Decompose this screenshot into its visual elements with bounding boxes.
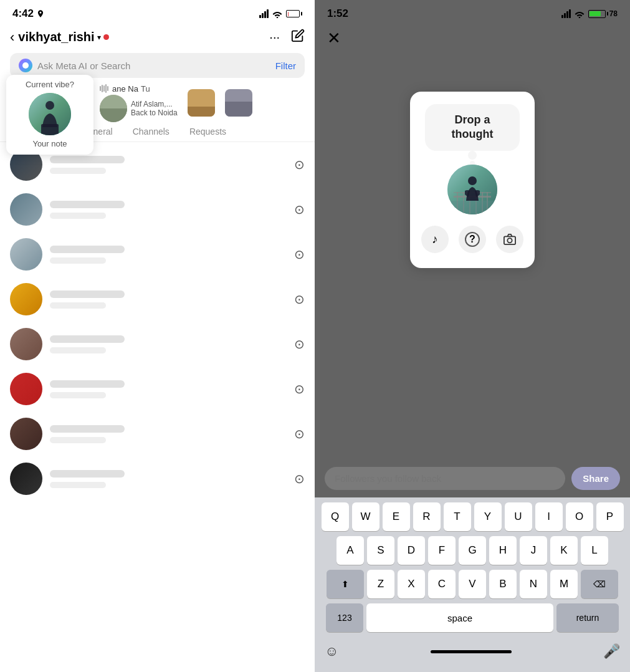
signal-icon <box>259 9 269 18</box>
music-note-button[interactable]: ♪ <box>421 226 449 253</box>
chat-avatar-3 <box>10 238 42 271</box>
camera-thought-button[interactable] <box>496 226 523 253</box>
followers-input[interactable] <box>325 467 565 490</box>
chat-name-3 <box>50 246 125 253</box>
key-u[interactable]: U <box>505 502 532 531</box>
chat-msg-3 <box>50 257 106 264</box>
emoji-button[interactable]: ☺ <box>325 643 338 660</box>
chat-row-7[interactable]: ⊙ <box>0 411 315 456</box>
search-placeholder: Ask Meta AI or Search <box>37 60 130 71</box>
key-v[interactable]: V <box>459 570 486 598</box>
key-k[interactable]: K <box>550 536 578 565</box>
key-h[interactable]: H <box>489 536 517 565</box>
key-i[interactable]: I <box>535 502 563 531</box>
key-n[interactable]: N <box>520 570 547 598</box>
battery-icon <box>286 10 302 17</box>
key-t[interactable]: T <box>444 502 471 531</box>
story-text-1: Atif Aslam,... Back to Noida <box>131 100 178 117</box>
thought-avatar-svg <box>447 165 497 214</box>
thought-bubble[interactable]: Drop a thought <box>425 104 520 151</box>
note-avatar <box>29 93 71 135</box>
question-button[interactable]: ? <box>459 226 486 253</box>
chat-row-2[interactable]: ⊙ <box>0 187 315 232</box>
question-icon: ? <box>465 232 480 247</box>
chat-row-6[interactable]: ⊙ <box>0 367 315 411</box>
key-j[interactable]: J <box>520 536 547 565</box>
key-shift[interactable]: ⬆ <box>327 570 364 598</box>
camera-icon-7[interactable]: ⊙ <box>294 426 305 441</box>
chat-name-2 <box>50 201 125 208</box>
chat-msg-4 <box>50 302 106 309</box>
key-d[interactable]: D <box>398 536 425 565</box>
key-o[interactable]: O <box>566 502 593 531</box>
chat-row-3[interactable]: ⊙ <box>0 232 315 277</box>
header-left: ‹ vikhyat_rishi ▾ ··· <box>0 25 315 50</box>
camera-icon-6[interactable]: ⊙ <box>294 382 305 396</box>
key-m[interactable]: M <box>550 570 578 598</box>
key-c[interactable]: C <box>428 570 456 598</box>
username-row[interactable]: vikhyat_rishi ▾ <box>18 30 108 44</box>
chat-content-2 <box>50 201 287 219</box>
followers-row: Share <box>315 459 630 497</box>
camera-icon-2[interactable]: ⊙ <box>294 202 305 217</box>
key-q[interactable]: Q <box>322 502 349 531</box>
note-popup[interactable]: Current vibe? Your note <box>6 75 93 155</box>
key-w[interactable]: W <box>352 502 379 531</box>
story-item-1[interactable]: ane Na Tu Atif Aslam,... Back to Noida <box>100 84 178 122</box>
key-a[interactable]: A <box>336 536 364 565</box>
search-bar[interactable]: Ask Meta AI or Search Filter <box>10 53 305 78</box>
share-button[interactable]: Share <box>571 467 620 490</box>
tab-channels[interactable]: Channels <box>125 122 177 142</box>
key-space[interactable]: space <box>366 603 553 632</box>
chat-content-7 <box>50 425 287 443</box>
right-panel: 1:52 78 ✕ Dro <box>315 0 630 672</box>
key-g[interactable]: G <box>459 536 486 565</box>
more-options-button[interactable]: ··· <box>269 30 280 44</box>
filter-button[interactable]: Filter <box>275 60 296 71</box>
key-z[interactable]: Z <box>367 570 394 598</box>
key-b[interactable]: B <box>489 570 517 598</box>
story-thumbnail-2[interactable] <box>225 89 252 117</box>
mic-button[interactable]: 🎤 <box>603 643 620 660</box>
camera-icon-4[interactable]: ⊙ <box>294 292 305 307</box>
wifi-icon-right <box>575 9 585 18</box>
chat-msg-2 <box>50 213 106 219</box>
key-return[interactable]: return <box>556 603 619 632</box>
home-indicator <box>431 650 512 653</box>
key-f[interactable]: F <box>428 536 456 565</box>
chat-avatar-4 <box>10 283 42 315</box>
keyboard-row-1: Q W E R T Y U I O P <box>317 502 628 531</box>
camera-icon-8[interactable]: ⊙ <box>294 471 305 486</box>
key-r[interactable]: R <box>413 502 441 531</box>
camera-icon-5[interactable]: ⊙ <box>294 337 305 352</box>
key-p[interactable]: P <box>596 502 624 531</box>
edit-button[interactable] <box>291 29 305 46</box>
back-button[interactable]: ‹ <box>10 29 14 46</box>
key-e[interactable]: E <box>383 502 410 531</box>
chat-row-8[interactable]: ⊙ <box>0 456 315 501</box>
key-delete[interactable]: ⌫ <box>581 570 618 598</box>
right-status-icons <box>259 9 302 18</box>
time-left: 4:42 <box>12 7 34 20</box>
chat-content-6 <box>50 380 287 398</box>
key-123[interactable]: 123 <box>326 603 363 632</box>
camera-icon-3[interactable]: ⊙ <box>294 247 305 262</box>
tab-requests[interactable]: Requests <box>182 122 234 142</box>
chat-row-4[interactable]: ⊙ <box>0 277 315 322</box>
key-s[interactable]: S <box>367 536 394 565</box>
camera-thought-icon <box>503 233 517 246</box>
keyboard-bottom: ☺ 🎤 <box>315 640 630 672</box>
thought-avatar <box>447 165 497 214</box>
online-dot <box>103 34 109 40</box>
key-x[interactable]: X <box>398 570 425 598</box>
key-l[interactable]: L <box>581 536 608 565</box>
story-thumbnail-1[interactable] <box>188 89 215 117</box>
thought-icons-row: ♪ ? <box>421 226 523 253</box>
camera-icon-1[interactable]: ⊙ <box>294 157 305 172</box>
meta-ai-icon <box>19 59 32 72</box>
chat-row-5[interactable]: ⊙ <box>0 322 315 367</box>
key-y[interactable]: Y <box>474 502 502 531</box>
chat-content-1 <box>50 156 287 174</box>
close-button[interactable]: ✕ <box>327 29 341 47</box>
header-left-group: ‹ vikhyat_rishi ▾ <box>10 29 109 46</box>
